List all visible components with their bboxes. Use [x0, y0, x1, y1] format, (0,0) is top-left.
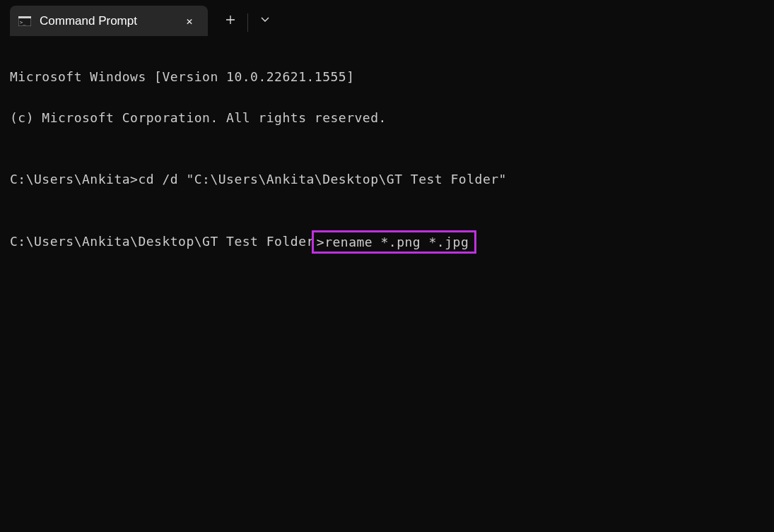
cmd-prompt-icon: >_: [18, 16, 31, 26]
copyright-line: (c) Microsoft Corporation. All rights re…: [10, 107, 764, 128]
close-tab-button[interactable]: ✕: [181, 13, 198, 30]
prompt-line-1: C:\Users\Ankita>cd /d "C:\Users\Ankita\D…: [10, 169, 764, 189]
prompt-path: C:\Users\Ankita\Desktop\GT Test Folder: [10, 234, 315, 249]
titlebar: >_ Command Prompt ✕: [0, 0, 774, 36]
prompt-char: >: [317, 235, 324, 249]
prompt-line-2: C:\Users\Ankita\Desktop\GT Test Folder>r…: [10, 230, 764, 254]
svg-text:>_: >_: [20, 20, 26, 25]
tab-command-prompt[interactable]: >_ Command Prompt ✕: [10, 6, 208, 36]
tab-dropdown-button[interactable]: [248, 4, 282, 35]
tab-title: Command Prompt: [40, 14, 172, 28]
prompt-path: C:\Users\Ankita>: [10, 172, 138, 187]
svg-rect-1: [18, 16, 31, 18]
prompt-command: cd /d "C:\Users\Ankita\Desktop\GT Test F…: [138, 172, 507, 187]
rename-command: rename *.png *.jpg: [324, 235, 469, 249]
highlighted-command: >rename *.png *.jpg: [312, 230, 476, 254]
version-line: Microsoft Windows [Version 10.0.22621.15…: [10, 66, 764, 87]
new-tab-button[interactable]: [213, 4, 247, 35]
titlebar-buttons: [213, 0, 282, 36]
terminal-output[interactable]: Microsoft Windows [Version 10.0.22621.15…: [0, 36, 774, 284]
